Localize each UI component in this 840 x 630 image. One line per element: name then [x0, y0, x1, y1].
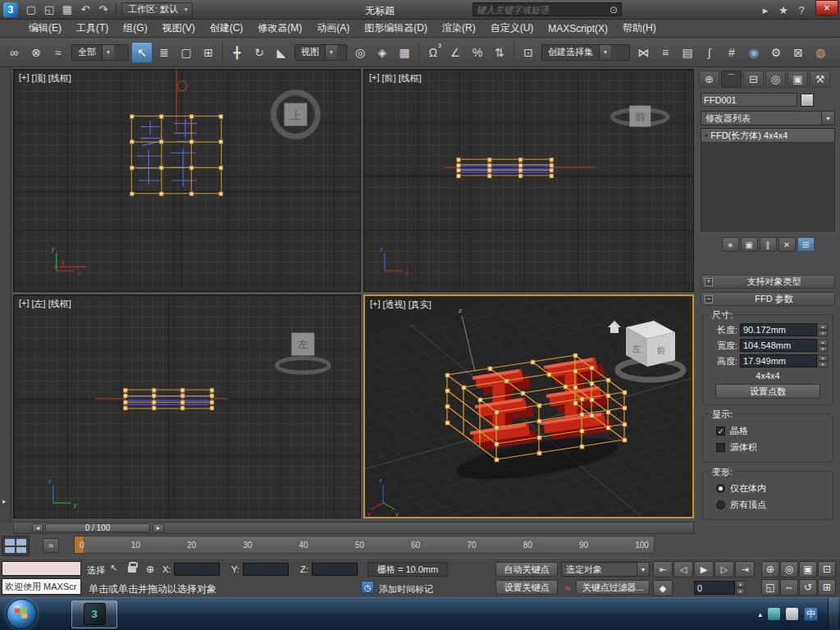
- show-desktop-button[interactable]: [828, 598, 838, 630]
- viewport-perspective[interactable]: [+] [透视] [真实]: [363, 294, 694, 518]
- ffd-lattice-gizmo[interactable]: [456, 158, 553, 178]
- zoom-extents-all-icon[interactable]: ⊡: [818, 561, 836, 578]
- configure-modifier-sets-icon[interactable]: ⊞: [797, 237, 815, 252]
- cursor-icon[interactable]: ↖: [110, 563, 117, 573]
- tray-icon-1[interactable]: [768, 608, 780, 620]
- bind-to-spacewarp-icon[interactable]: ≈: [48, 42, 69, 63]
- tab-create-icon[interactable]: ⊕: [699, 71, 719, 88]
- keyboard-override-icon[interactable]: ▦: [394, 42, 415, 63]
- open-file-icon[interactable]: ◱: [40, 2, 58, 18]
- zoom-extents-icon[interactable]: ▣: [799, 561, 817, 578]
- app-logo-icon[interactable]: 3: [3, 2, 18, 17]
- mini-curve-editor-button[interactable]: ≈: [43, 538, 59, 553]
- perspective-viewport-canvas[interactable]: z 左 前 z x y: [365, 296, 692, 517]
- spin-up-icon[interactable]: ▴: [818, 355, 828, 361]
- tab-display-icon[interactable]: ▣: [788, 71, 808, 88]
- chevron-down-icon[interactable]: ▼: [325, 45, 337, 60]
- viewcube[interactable]: 前: [612, 106, 668, 127]
- viewport-menu-general[interactable]: [+]: [370, 299, 381, 311]
- edit-named-sets-icon[interactable]: ⊡: [518, 42, 539, 63]
- time-slider[interactable]: ◂ 0 / 100 ▸: [13, 522, 694, 534]
- expand-icon[interactable]: +: [705, 278, 713, 286]
- length-spinner[interactable]: ▴▾: [818, 324, 828, 336]
- rollout-supported-objects[interactable]: + 支持对象类型: [701, 275, 835, 289]
- spinner-snap-icon[interactable]: ⇅: [489, 42, 510, 63]
- y-coordinate-field[interactable]: [243, 563, 289, 576]
- width-field[interactable]: 104.548mm: [740, 339, 817, 352]
- search-icon[interactable]: ⊙: [609, 4, 618, 16]
- spin-up-icon[interactable]: ▴: [736, 581, 745, 587]
- menu-customize[interactable]: 自定义(U): [483, 19, 541, 38]
- menu-modifiers[interactable]: 修改器(M): [250, 19, 309, 38]
- viewport-left[interactable]: [+] [左] [线框] z y: [13, 294, 361, 518]
- favorites-star-icon[interactable]: ★: [774, 2, 792, 18]
- angle-snap-icon[interactable]: ∠: [445, 42, 466, 63]
- pan-view-icon[interactable]: ⇔: [780, 579, 798, 596]
- add-time-tag[interactable]: 添加时间标记: [379, 583, 433, 596]
- viewport-menu-pov[interactable]: [顶]: [32, 72, 46, 84]
- render-production-icon[interactable]: ◍: [810, 42, 831, 63]
- selection-region-icon[interactable]: ▢: [176, 42, 197, 63]
- viewport-menu-general[interactable]: [+]: [19, 298, 30, 310]
- flyout-arrow-icon[interactable]: ▸: [2, 497, 7, 505]
- all-vertices-radio[interactable]: [716, 500, 725, 509]
- maximize-viewport-icon[interactable]: ⊞: [818, 579, 836, 596]
- previous-frame-arrow[interactable]: ◂: [32, 523, 43, 532]
- viewcube-face-label[interactable]: 上: [290, 109, 301, 121]
- height-field[interactable]: 17.949mm: [740, 354, 817, 368]
- orbit-icon[interactable]: ↺: [799, 579, 817, 596]
- zoom-all-icon[interactable]: ◎: [780, 561, 798, 578]
- remove-modifier-icon[interactable]: ✕: [778, 237, 796, 252]
- pin-stack-icon[interactable]: ∗: [722, 237, 739, 252]
- macro-recorder-line[interactable]: [2, 561, 81, 576]
- menu-graph-editors[interactable]: 图形编辑器(D): [357, 19, 435, 38]
- set-key-button[interactable]: 设置关键点: [495, 580, 558, 595]
- chevron-down-icon[interactable]: ▼: [637, 563, 649, 576]
- tab-modify-icon[interactable]: ⌒: [721, 71, 742, 88]
- search-go-icon[interactable]: ▸: [756, 2, 774, 18]
- viewcube-face-label[interactable]: 前: [656, 345, 666, 355]
- tab-motion-icon[interactable]: ◎: [765, 71, 786, 88]
- menu-tools[interactable]: 工具(T): [69, 19, 116, 38]
- select-and-scale-icon[interactable]: ◣: [271, 42, 292, 63]
- viewcube[interactable]: 上: [274, 93, 318, 137]
- close-button[interactable]: ×: [815, 0, 838, 16]
- menu-views[interactable]: 视图(V): [155, 19, 203, 38]
- text-shape-wireframe[interactable]: [136, 119, 197, 186]
- viewcube-face-label[interactable]: 左: [632, 344, 641, 354]
- viewport-menu-shading[interactable]: [线框]: [399, 72, 422, 84]
- select-and-manipulate-icon[interactable]: ◈: [372, 42, 393, 63]
- source-volume-checkbox[interactable]: [716, 443, 725, 452]
- menu-animation[interactable]: 动画(A): [309, 19, 357, 38]
- modifier-stack-item[interactable]: ▪ FFD(长方体) 4x4x4: [701, 129, 834, 143]
- viewcube-face-label[interactable]: 前: [635, 111, 646, 123]
- frame-spinner[interactable]: ▴▾: [736, 581, 745, 595]
- schematic-view-icon[interactable]: #: [721, 42, 742, 63]
- select-by-name-icon[interactable]: ≣: [153, 42, 175, 63]
- selection-filter-dropdown[interactable]: 全部 ▼: [71, 44, 129, 61]
- percent-snap-icon[interactable]: %: [467, 42, 488, 63]
- text-shape-edge[interactable]: [127, 396, 209, 404]
- modifier-stack[interactable]: ▪ FFD(长方体) 4x4x4: [701, 128, 835, 231]
- spin-down-icon[interactable]: ▾: [818, 331, 828, 336]
- viewport-menu-general[interactable]: [+]: [369, 72, 380, 84]
- select-and-link-icon[interactable]: ∞: [3, 42, 25, 63]
- rendered-frame-icon[interactable]: ⊠: [788, 42, 809, 63]
- new-file-icon[interactable]: ▢: [22, 2, 40, 18]
- spin-down-icon[interactable]: ▾: [736, 588, 745, 595]
- select-and-rotate-icon[interactable]: ↻: [249, 42, 270, 63]
- workspace-dropdown[interactable]: 工作区: 默认 ▼: [121, 2, 193, 17]
- key-mode-toggle[interactable]: ◆: [653, 580, 673, 596]
- time-tag-icon[interactable]: ◷: [361, 581, 374, 594]
- viewport-menu-shading[interactable]: [线框]: [48, 298, 71, 310]
- viewport-menu-pov[interactable]: [透视]: [383, 299, 406, 311]
- menu-create[interactable]: 创建(C): [203, 19, 251, 38]
- align-icon[interactable]: ≡: [655, 42, 676, 63]
- select-object-icon[interactable]: ↖: [131, 42, 153, 63]
- x-coordinate-field[interactable]: [174, 563, 220, 576]
- save-file-icon[interactable]: ▦: [58, 2, 76, 18]
- viewport-menu-pov[interactable]: [左]: [32, 298, 46, 310]
- spin-up-icon[interactable]: ▴: [818, 340, 828, 345]
- height-spinner[interactable]: ▴▾: [818, 355, 828, 368]
- viewport-menu-pov[interactable]: [前]: [382, 72, 396, 84]
